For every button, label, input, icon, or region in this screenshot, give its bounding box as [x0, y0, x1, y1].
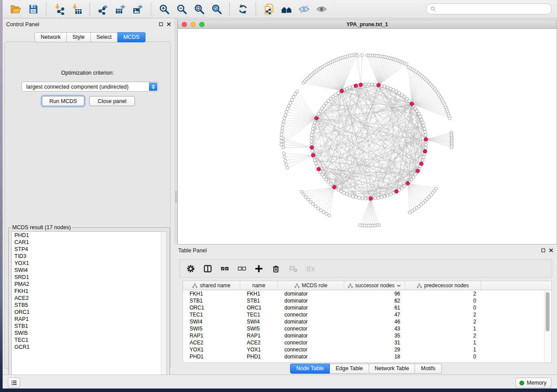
table-cell[interactable]: 2	[405, 290, 481, 297]
mcds-node-item[interactable]: STP4	[12, 246, 166, 253]
mcds-node-item[interactable]: ORC1	[12, 309, 166, 316]
tab-mcds[interactable]: MCDS	[118, 32, 145, 42]
table-cell[interactable]: PHD1	[240, 353, 278, 360]
mcds-node-item[interactable]: GCR1	[12, 344, 166, 351]
table-cell[interactable]: YOX1	[183, 346, 240, 353]
splitter-grip[interactable]	[175, 191, 177, 203]
table-cell[interactable]: SWI4	[183, 318, 240, 325]
table-row[interactable]: YOX1YOX1connector291	[183, 346, 551, 353]
table-cell[interactable]: dominator	[278, 318, 344, 325]
mcds-node-item[interactable]: TEC1	[12, 337, 166, 344]
network-window-titlebar[interactable]: YPA_prune.txt_1	[178, 20, 557, 29]
mcds-node-item[interactable]: FKH1	[12, 288, 166, 295]
table-row[interactable]: STB1STB1dominator620	[183, 297, 551, 304]
show-columns-icon[interactable]	[202, 263, 213, 274]
table-cell[interactable]: YOX1	[240, 346, 278, 353]
mcds-result-list[interactable]: PHD1CAR1STP4TID3YOX1SWI4SRD1PMA2FKH1ACE2…	[11, 231, 167, 382]
table-cell[interactable]: 96	[344, 290, 405, 297]
export-table-icon[interactable]	[113, 2, 128, 16]
criterion-dropdown[interactable]: largest connected component (undirected)	[21, 82, 158, 92]
table-cell[interactable]: dominator	[278, 304, 344, 311]
dropdown-stepper-icon[interactable]	[149, 83, 157, 91]
table-cell[interactable]: FKH1	[240, 290, 278, 297]
table-cell[interactable]: 62	[344, 297, 405, 304]
table-cell[interactable]: PHD1	[183, 353, 240, 360]
show-all-icon[interactable]	[314, 2, 329, 16]
float-panel-icon[interactable]	[541, 248, 546, 253]
tab-network-table[interactable]: Network Table	[369, 364, 415, 374]
mcds-node-item[interactable]: YOX1	[12, 260, 166, 267]
table-row[interactable]: FKH1FKH1dominator962	[183, 290, 551, 297]
table-scrollbar-thumb[interactable]	[546, 292, 550, 331]
table-cell[interactable]: ORC1	[240, 304, 278, 311]
run-mcds-button[interactable]: Run MCDS	[42, 96, 84, 106]
table-cell[interactable]: SWI5	[183, 325, 240, 332]
zoom-fit-icon[interactable]	[192, 2, 207, 16]
table-cell[interactable]: ORC1	[183, 304, 240, 311]
column-header-successor-nodes[interactable]: successor nodes	[344, 281, 405, 290]
first-neighbors-icon[interactable]	[279, 2, 294, 16]
export-image-icon[interactable]	[131, 2, 145, 16]
table-cell[interactable]: 29	[344, 346, 405, 353]
task-history-button[interactable]	[8, 378, 20, 388]
table-cell[interactable]: 1	[405, 339, 481, 346]
table-cell[interactable]: SWI4	[240, 318, 278, 325]
search-input[interactable]	[426, 3, 552, 14]
table-cell[interactable]: TEC1	[183, 311, 240, 318]
close-panel-button[interactable]: Close panel	[89, 96, 135, 106]
close-panel-icon[interactable]	[549, 248, 554, 253]
mcds-node-item[interactable]: TID3	[12, 253, 166, 260]
memory-button[interactable]: Memory	[515, 378, 551, 388]
select-all-icon[interactable]	[219, 263, 230, 274]
mcds-node-item[interactable]: ACE2	[12, 295, 166, 302]
share-document-icon[interactable]	[262, 2, 277, 16]
table-cell[interactable]: 46	[344, 318, 405, 325]
table-cell[interactable]: connector	[278, 346, 344, 353]
mcds-node-item[interactable]: STB1	[12, 323, 166, 330]
column-header-shared-name[interactable]: shared name	[183, 281, 240, 290]
table-cell[interactable]: 2	[405, 318, 481, 325]
tab-edge-table[interactable]: Edge Table	[330, 364, 369, 374]
table-scrollbar[interactable]	[544, 290, 551, 362]
table-row[interactable]: PHD1PHD1dominator180	[183, 353, 551, 360]
table-cell[interactable]: dominator	[278, 353, 344, 360]
mcds-node-item[interactable]: PHD1	[12, 232, 166, 239]
table-cell[interactable]: 0	[405, 353, 481, 360]
table-row[interactable]: SWI5SWI5connector431	[183, 325, 551, 332]
table-cell[interactable]: 47	[344, 311, 405, 318]
table-mode-icon[interactable]	[185, 263, 196, 274]
tab-motifs[interactable]: Motifs	[415, 364, 441, 374]
table-cell[interactable]: dominator	[278, 332, 344, 339]
delete-column-icon[interactable]	[270, 263, 281, 274]
zoom-in-icon[interactable]	[157, 2, 172, 16]
export-network-icon[interactable]	[96, 2, 111, 16]
mcds-node-item[interactable]: STB5	[12, 302, 166, 309]
table-cell[interactable]: 31	[344, 339, 405, 346]
table-cell[interactable]: 18	[344, 353, 405, 360]
table-cell[interactable]: connector	[278, 339, 344, 346]
zoom-selected-icon[interactable]	[209, 2, 224, 16]
table-cell[interactable]: dominator	[278, 297, 344, 304]
save-session-icon[interactable]	[26, 2, 41, 16]
table-cell[interactable]: 61	[344, 304, 405, 311]
search-field[interactable]	[439, 6, 547, 13]
deselect-all-icon[interactable]	[236, 263, 247, 274]
table-cell[interactable]: 2	[405, 332, 481, 339]
table-cell[interactable]: TEC1	[240, 311, 278, 318]
mcds-node-item[interactable]: SRD1	[12, 274, 166, 281]
refresh-icon[interactable]	[235, 2, 250, 16]
table-cell[interactable]: RAP1	[183, 332, 240, 339]
table-cell[interactable]: STB1	[240, 297, 278, 304]
zoom-out-icon[interactable]	[174, 2, 189, 16]
table-cell[interactable]: 1	[405, 325, 481, 332]
table-cell[interactable]: 0	[405, 297, 481, 304]
import-table-icon[interactable]	[69, 2, 84, 16]
table-cell[interactable]: FKH1	[183, 290, 240, 297]
table-cell[interactable]: ACE2	[183, 339, 240, 346]
column-header-name[interactable]: name	[240, 281, 278, 290]
table-row[interactable]: SWI4SWI4dominator462	[183, 318, 551, 325]
table-row[interactable]: ACE2ACE2connector311	[183, 339, 551, 346]
table-cell[interactable]: connector	[278, 311, 344, 318]
tab-select[interactable]: Select	[91, 32, 118, 42]
mcds-list-scrollbar[interactable]	[161, 232, 166, 382]
